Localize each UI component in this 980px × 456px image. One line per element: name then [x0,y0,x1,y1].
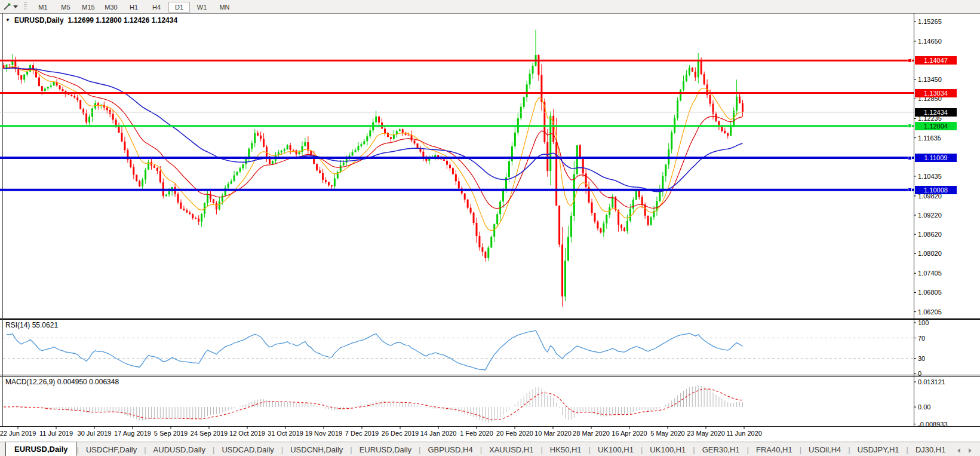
rsi-indicator-label: RSI(14) 55.0621 [5,321,58,329]
svg-text:22 Jun 2019: 22 Jun 2019 [0,430,36,437]
tab-ger30-h1[interactable]: GER30,H1 [695,443,747,456]
svg-text:1.06805: 1.06805 [918,289,942,296]
svg-text:11 Jul 2019: 11 Jul 2019 [39,430,73,437]
svg-text:12 Oct 2019: 12 Oct 2019 [229,430,265,437]
chart-tab-bar: EURUSD,Daily|USDCHF,Daily|AUDUSD,Daily|U… [0,442,980,456]
chart-title: ▼ EURUSD,Daily 1.12699 1.12800 1.12426 1… [5,16,177,25]
main-chart-canvas[interactable]: 1.152651.146501.134501.128501.122351.116… [0,0,980,442]
tab-list: EURUSD,Daily|USDCHF,Daily|AUDUSD,Daily|U… [5,442,953,456]
svg-text:1.15265: 1.15265 [918,18,942,25]
svg-text:16 Apr 2020: 16 Apr 2020 [612,430,647,437]
svg-text:1.14650: 1.14650 [918,38,942,45]
svg-text:19 Nov 2019: 19 Nov 2019 [305,430,342,437]
price-badge-1.11009: 1.11009 [915,154,957,162]
tab-scroll-right-icon[interactable] [969,448,972,453]
svg-text:0: 0 [918,370,921,377]
svg-text:0.00: 0.00 [918,403,930,411]
svg-text:1.11635: 1.11635 [918,134,941,142]
svg-text:10 Mar 2020: 10 Mar 2020 [534,430,572,437]
tab-xauusd-h1[interactable]: XAUUSD,H1 [482,443,540,456]
svg-text:1.08020: 1.08020 [918,250,942,257]
tab-usdcnh-daily[interactable]: USDCNH,Daily [283,443,350,456]
macd-indicator-label: MACD(12,26,9) 0.004950 0.006348 [5,378,119,386]
svg-text:5 Sep 2019: 5 Sep 2019 [154,430,188,437]
tab-scroll-left-icon[interactable] [957,448,960,453]
svg-text:31 Oct 2019: 31 Oct 2019 [268,430,303,437]
svg-text:28 Mar 2020: 28 Mar 2020 [573,430,610,437]
svg-text:-0.008933: -0.008933 [918,421,948,428]
svg-text:20 Feb 2020: 20 Feb 2020 [496,430,533,437]
svg-text:1.06205: 1.06205 [918,308,942,316]
level-line-handle[interactable] [908,124,912,128]
tab-usoil-h4[interactable]: USOil,H4 [801,443,848,456]
tab-scroll-controls [957,448,980,456]
price-badge-1.14047: 1.14047 [915,56,957,65]
tab-dj30-h1[interactable]: DJ30,H1 [908,443,953,456]
svg-text:17 Aug 2019: 17 Aug 2019 [114,430,151,437]
svg-text:1.13450: 1.13450 [918,76,942,83]
price-badge-1.12004: 1.12004 [915,122,957,130]
level-line-handle[interactable] [908,188,912,192]
level-line-handle[interactable] [908,156,912,160]
ohlc-values: 1.12699 1.12800 1.12426 1.12434 [68,16,178,25]
svg-text:1.07405: 1.07405 [918,270,942,277]
tab-uk100-h1[interactable]: UK100,H1 [591,443,641,456]
svg-text:30: 30 [918,355,925,362]
price-badge-1.10008: 1.10008 [915,186,957,194]
tab-hk50-h1[interactable]: HK50,H1 [543,443,589,456]
svg-text:100: 100 [918,319,929,326]
svg-text:26 Dec 2019: 26 Dec 2019 [382,430,419,437]
svg-text:14 Jan 2020: 14 Jan 2020 [420,430,457,437]
svg-text:1.08620: 1.08620 [918,231,942,238]
tab-audusd-daily[interactable]: AUDUSD,Daily [146,443,213,456]
svg-text:1.09220: 1.09220 [918,212,942,219]
price-badge-1.13034: 1.13034 [915,89,957,97]
tab-eurusd-daily[interactable]: EURUSD,Daily [352,443,419,456]
tab-usdcad-daily[interactable]: USDCAD,Daily [214,443,281,456]
svg-text:0.013121: 0.013121 [918,378,945,385]
level-line-handle[interactable] [908,59,912,63]
tab-fra40-h1[interactable]: FRA40,H1 [749,443,800,456]
svg-text:7 Dec 2019: 7 Dec 2019 [345,430,379,437]
symbol-period-label: EURUSD,Daily [14,16,64,25]
svg-text:30 Jul 2019: 30 Jul 2019 [78,430,112,437]
tab-usdjpy-h1[interactable]: USDJPY,H1 [850,443,907,456]
collapse-chart-icon[interactable]: ▼ [5,17,10,23]
svg-text:5 May 2020: 5 May 2020 [650,430,684,437]
svg-text:24 Sep 2019: 24 Sep 2019 [191,430,228,437]
tab-gbpusd-h4[interactable]: GBPUSD,H4 [421,443,480,456]
tab-uk100-h1[interactable]: UK100,H1 [643,443,693,456]
tab-usdchf-daily[interactable]: USDCHF,Daily [79,443,144,456]
svg-text:1.10435: 1.10435 [918,173,942,180]
svg-text:11 Jun 2020: 11 Jun 2020 [726,430,762,437]
svg-text:70: 70 [918,335,925,342]
price-badge-1.12434: 1.12434 [915,108,957,117]
tab-bar-edge [0,443,5,456]
trading-app-window: M1M5M15M30H1H4D1W1MN 1.152651.146501.134… [0,0,980,456]
svg-text:1 Feb 2020: 1 Feb 2020 [460,430,493,437]
svg-text:23 May 2020: 23 May 2020 [687,430,725,437]
tab-eurusd-daily[interactable]: EURUSD,Daily [5,442,77,456]
